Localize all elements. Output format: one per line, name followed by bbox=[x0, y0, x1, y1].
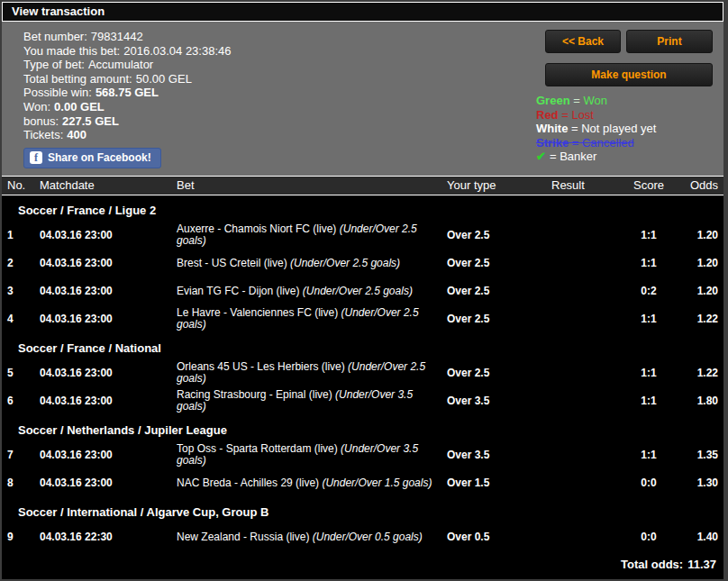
bet-cell: Racing Strasbourg - Epinal (live) (Under… bbox=[171, 389, 441, 413]
legend-not-played: White = Not played yet bbox=[536, 122, 713, 136]
total-odds-label: Total odds: bbox=[621, 558, 683, 571]
column-header-bet: Bet bbox=[171, 178, 441, 192]
won-value: 0.00 GEL bbox=[54, 100, 105, 113]
table-row: 1 04.03.16 23:00 Auxerre - Chamois Niort… bbox=[2, 222, 723, 250]
column-header-odds: Odds bbox=[672, 178, 723, 192]
column-header-no: No. bbox=[2, 178, 34, 192]
bet-cell: Top Oss - Sparta Rotterdam (live) (Under… bbox=[171, 443, 441, 467]
bet-cell: Brest - US Creteil (live) (Under/Over 2.… bbox=[171, 258, 441, 269]
bet-type-label: Type of bet: bbox=[23, 58, 85, 71]
bet-cell: NAC Breda - Achilles 29 (live) (Under/Ov… bbox=[171, 477, 441, 489]
legend-lost: Red = Lost bbox=[536, 108, 713, 123]
tickets-value: 400 bbox=[67, 128, 86, 141]
total-odds: Total odds:11.37 bbox=[2, 551, 723, 571]
table-row: 4 04.03.16 23:00 Le Havre - Valenciennes… bbox=[2, 305, 723, 333]
won-label: Won: bbox=[23, 100, 50, 113]
table-row: 9 04.03.16 22:30 New Zealand - Russia (l… bbox=[2, 523, 723, 551]
table-row: 2 04.03.16 23:00 Brest - US Creteil (liv… bbox=[2, 250, 723, 277]
bets-table: Soccer / France / Ligue 2 1 04.03.16 23:… bbox=[2, 195, 723, 579]
betting-amount-value: 50.00 GEL bbox=[136, 72, 192, 86]
table-row: 8 04.03.16 23:00 NAC Breda - Achilles 29… bbox=[2, 469, 723, 497]
column-header-matchdate: Matchdate bbox=[34, 178, 171, 192]
bet-cell: Evian TG FC - Dijon (live) (Under/Over 2… bbox=[171, 286, 441, 297]
bet-type-value: Accumulator bbox=[88, 58, 153, 71]
share-on-facebook-button[interactable]: f Share on Facebook! bbox=[23, 148, 161, 168]
legend-banker: ✔= Banker bbox=[536, 150, 713, 164]
bet-cell: Auxerre - Chamois Niort FC (live) (Under… bbox=[171, 223, 441, 247]
bonus-label: bonus: bbox=[23, 114, 59, 128]
page-title: View transaction bbox=[2, 2, 723, 22]
bet-date-value: 2016.03.04 23:38:46 bbox=[123, 44, 231, 58]
bet-number-label: Bet number: bbox=[23, 30, 87, 43]
possible-win-value: 568.75 GEL bbox=[96, 86, 159, 99]
facebook-icon: f bbox=[30, 151, 42, 164]
tickets-label: Tickets: bbox=[23, 128, 63, 141]
bet-cell: New Zealand - Russia (live) (Under/Over … bbox=[171, 531, 441, 543]
table-row: 6 04.03.16 23:00 Racing Strasbourg - Epi… bbox=[2, 387, 723, 415]
table-row: 7 04.03.16 23:00 Top Oss - Sparta Rotter… bbox=[2, 441, 723, 469]
bet-number-value: 79831442 bbox=[91, 30, 143, 43]
bet-cell: Le Havre - Valenciennes FC (live) (Under… bbox=[171, 307, 441, 331]
actions-and-legend: << Back Print Make question Green = Won … bbox=[545, 30, 713, 164]
group-header-france-national: Soccer / France / National bbox=[2, 333, 723, 359]
view-transaction-window: View transaction Bet number:79831442 You… bbox=[0, 0, 728, 581]
legend-cancelled: Strike = Cancelled bbox=[536, 136, 713, 150]
column-header-result: Result bbox=[546, 178, 625, 192]
column-header-your-type: Your type bbox=[441, 178, 546, 192]
table-row: 3 04.03.16 23:00 Evian TG FC - Dijon (li… bbox=[2, 277, 723, 305]
possible-win-label: Possible win: bbox=[23, 86, 92, 99]
bet-info-panel: Bet number:79831442 You made this bet:20… bbox=[2, 22, 723, 176]
make-question-button[interactable]: Make question bbox=[545, 63, 713, 86]
bonus-value: 227.5 GEL bbox=[62, 114, 119, 128]
table-row: 5 04.03.16 23:00 Orleans 45 US - Les Her… bbox=[2, 359, 723, 387]
banker-check-icon: ✔ bbox=[536, 150, 546, 163]
bet-date-label: You made this bet: bbox=[23, 44, 120, 58]
print-button[interactable]: Print bbox=[626, 30, 713, 53]
share-on-facebook-label: Share on Facebook! bbox=[48, 151, 151, 164]
column-header-score: Score bbox=[625, 178, 672, 192]
group-header-netherlands-jupiler: Soccer / Netherlands / Jupiler League bbox=[2, 415, 723, 441]
betting-amount-label: Total betting amount: bbox=[23, 72, 132, 86]
group-header-international-algarve: Soccer / International / Algarve Cup, Gr… bbox=[2, 497, 723, 523]
result-color-legend: Green = Won Red = Lost White = Not playe… bbox=[536, 94, 713, 164]
table-header: No. Matchdate Bet Your type Result Score… bbox=[2, 176, 723, 195]
group-header-france-ligue2: Soccer / France / Ligue 2 bbox=[2, 195, 723, 222]
total-odds-value: 11.37 bbox=[687, 558, 716, 571]
back-button[interactable]: << Back bbox=[545, 30, 621, 53]
bet-cell: Orleans 45 US - Les Herbiers (live) (Und… bbox=[171, 361, 441, 385]
legend-won: Green = Won bbox=[536, 94, 713, 108]
